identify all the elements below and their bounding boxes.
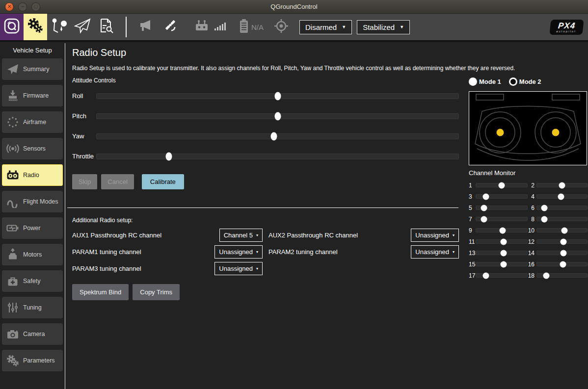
cancel-button[interactable]: Cancel — [101, 174, 134, 189]
attitude-slider-row-roll: Roll — [72, 86, 459, 106]
megaphone-icon — [138, 18, 154, 36]
caret-down-icon: ▼ — [342, 25, 346, 29]
aux1-passthrough-rc-channel-dropdown[interactable]: Channel 5▾ — [219, 229, 263, 242]
attitude-slider-label: Pitch — [72, 112, 96, 120]
channel-number: 12 — [528, 238, 536, 245]
skip-button[interactable]: Skip — [72, 174, 97, 189]
window-close-button[interactable]: ✕ — [5, 2, 14, 11]
window-title: QGroundControl — [0, 3, 588, 10]
mode-radio-mode-2[interactable]: Mode 2 — [509, 78, 541, 86]
channel-option-label: PARAM2 tuning channel — [263, 248, 410, 256]
sidebar-item-summary[interactable]: Summary — [2, 58, 63, 80]
channel-10-bar — [536, 228, 588, 233]
attitude-slider-row-throttle: Throttle — [72, 146, 459, 166]
attitude-slider-label: Yaw — [72, 132, 96, 140]
motor-icon — [2, 248, 23, 261]
sidebar-item-safety[interactable]: Safety — [2, 270, 63, 292]
attitude-slider-track-yaw[interactable] — [96, 133, 459, 139]
extra-buttons: Spektrum BindCopy Trims — [68, 284, 588, 300]
channel-number: 8 — [528, 216, 536, 223]
attitude-slider-track-pitch[interactable] — [96, 113, 459, 119]
plan-route-icon — [51, 18, 67, 36]
rc-rssi-indicator[interactable] — [193, 18, 226, 36]
sidebar-item-label: Firmware — [23, 92, 49, 99]
attitude-slider-thumb[interactable] — [271, 132, 277, 140]
page-description: Radio Setup is used to calibrate your tr… — [72, 65, 582, 72]
param2-tuning-channel-dropdown-value: Unassigned — [415, 248, 449, 256]
window-minimize-button[interactable]: − — [18, 2, 27, 11]
attitude-sliders: RollPitchYawThrottle — [72, 86, 459, 166]
flight-mode-value: Stabilized — [363, 23, 395, 31]
param1-tuning-channel-dropdown[interactable]: Unassigned▾ — [214, 245, 263, 259]
window-maximize-button[interactable]: □ — [31, 2, 40, 11]
channel-number: 13 — [469, 250, 476, 257]
attitude-slider-track-throttle[interactable] — [96, 154, 459, 159]
calibrate-button[interactable]: Calibrate — [142, 174, 184, 189]
gps-satellite-indicator[interactable] — [162, 18, 178, 36]
gears-icon — [2, 354, 23, 367]
tab-qgc-home[interactable] — [0, 14, 24, 40]
sidebar-item-motors[interactable]: Motors — [2, 244, 63, 265]
mode-radio-mode-1[interactable]: Mode 1 — [469, 78, 501, 86]
paper-plane-icon — [2, 63, 23, 76]
tab-vehicle-setup[interactable] — [24, 14, 47, 40]
channel-value-thumb — [481, 216, 487, 222]
channel-value-thumb — [560, 261, 566, 267]
satellite-icon — [162, 18, 178, 36]
sidebar-item-firmware[interactable]: Firmware — [2, 85, 63, 106]
sidebar-item-parameters[interactable]: Parameters — [2, 350, 63, 371]
sidebar-item-label: Sensors — [23, 145, 46, 152]
px4-brand-logo: PX4 autopilot — [550, 20, 584, 35]
sidebar-item-tuning[interactable]: Tuning — [2, 297, 63, 318]
channel-number: 14 — [528, 250, 536, 257]
param1-tuning-channel-dropdown-value: Unassigned — [219, 248, 253, 256]
attitude-slider-row-yaw: Yaw — [72, 126, 459, 146]
messages-indicator[interactable] — [138, 18, 154, 36]
spektrum-bind-button[interactable]: Spektrum Bind — [72, 284, 129, 300]
main-toolbar: N/A Disarmed ▼ Stabilized ▼ PX4 autopilo… — [0, 14, 588, 42]
flight-mode-dropdown[interactable]: Stabilized ▼ — [357, 20, 410, 34]
channel-number: 17 — [469, 272, 476, 279]
battery-icon — [238, 18, 250, 36]
aux2-passthrough-rc-channel-dropdown[interactable]: Unassigned▾ — [411, 229, 459, 242]
right-stick-dot — [552, 129, 560, 136]
attitude-slider-thumb[interactable] — [274, 112, 281, 120]
channel-value-thumb — [482, 193, 489, 200]
channel-option-label: PARAM3 tuning channel — [72, 265, 216, 272]
param2-tuning-channel-dropdown[interactable]: Unassigned▾ — [411, 245, 459, 259]
mode-radio-label: Mode 2 — [519, 78, 541, 85]
param3-tuning-channel-dropdown[interactable]: Unassigned▾ — [214, 262, 263, 275]
sidebar-item-airframe[interactable]: Airframe — [2, 111, 63, 133]
vehicle-setup-sidebar: Vehicle Setup SummaryFirmwareAirframeSen… — [0, 43, 65, 389]
radio-button-icon — [469, 78, 477, 86]
channel-9-bar — [476, 228, 528, 233]
attitude-slider-label: Roll — [72, 92, 96, 100]
sidebar-item-sensors[interactable]: Sensors — [2, 138, 63, 159]
channel-value-thumb — [499, 182, 505, 188]
attitude-slider-track-roll[interactable] — [96, 93, 459, 99]
sidebar-item-label: Power — [23, 225, 40, 232]
attitude-slider-thumb[interactable] — [166, 152, 172, 160]
tab-analyze[interactable] — [94, 14, 118, 40]
sidebar-item-label: Summary — [23, 66, 49, 73]
channel-number: 18 — [528, 272, 536, 279]
channel-number: 3 — [469, 193, 476, 200]
tab-plan[interactable] — [47, 14, 71, 40]
channel-number: 1 — [469, 182, 476, 189]
battery-indicator[interactable]: N/A — [238, 18, 264, 36]
channel-value-thumb — [501, 250, 507, 256]
sidebar-item-camera[interactable]: Camera — [2, 323, 63, 345]
channel-15-bar — [476, 262, 528, 266]
mode-selector: Mode 1Mode 2 — [469, 78, 587, 86]
channel-number: 6 — [528, 205, 536, 211]
arm-state-dropdown[interactable]: Disarmed ▼ — [299, 20, 352, 34]
attitude-slider-thumb[interactable] — [274, 92, 281, 100]
tab-fly[interactable] — [71, 14, 94, 40]
sidebar-item-label: Radio — [23, 172, 39, 179]
sidebar-item-radio[interactable]: Radio — [2, 164, 63, 186]
copy-trims-button[interactable]: Copy Trims — [133, 284, 180, 300]
sidebar-item-flight-modes[interactable]: Flight Modes — [2, 191, 63, 212]
sidebar-item-power[interactable]: Power — [2, 217, 63, 239]
gps-lock-indicator[interactable] — [272, 17, 290, 37]
channel-number: 4 — [528, 193, 536, 200]
